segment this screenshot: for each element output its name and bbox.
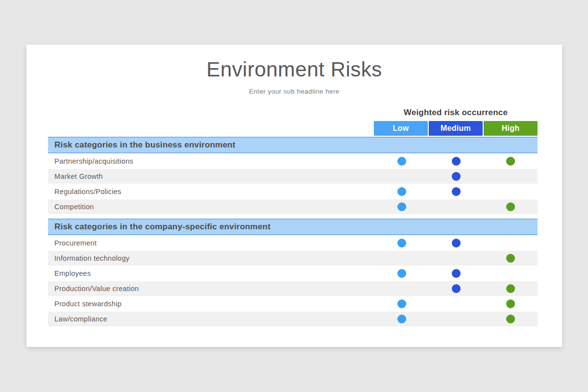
risk-dot-medium [452,172,461,181]
dot-cell-high [483,299,538,308]
row-label: Production/Value creation [48,285,374,293]
dot-cell-high [483,315,538,323]
risk-matrix-table: Weighted risk occurrence LowMediumHigh R… [48,108,538,327]
dot-cell-low [374,202,429,211]
table-row: Regulations/Policies [48,184,538,199]
dot-cell-medium [429,157,483,166]
row-label: Regulations/Policies [48,188,374,196]
risk-dot-high [506,202,515,211]
risk-dot-medium [452,269,461,278]
risk-dot-medium [452,284,461,293]
table-row: Market Growth [48,169,538,184]
column-header-row: LowMediumHigh [374,121,538,136]
risk-dot-high [506,299,515,308]
dot-cell-medium [429,239,483,247]
section-header: Risk categories in the business environm… [48,137,538,153]
slide-subtitle: Enter your sub headline here [26,88,562,95]
column-header-low: Low [374,121,428,136]
legend-title: Weighted risk occurrence [374,108,538,118]
risk-dot-low [397,315,406,323]
row-label: Competition [48,203,374,211]
table-row: Procurement [48,236,538,250]
dot-cell-low [374,299,429,308]
dot-cell-medium [429,284,483,293]
risk-dot-high [506,284,515,293]
risk-dot-low [397,239,406,247]
dot-cell-medium [429,172,483,181]
table-row: Competition [48,199,538,214]
section-header: Risk categories in the company-specific … [48,219,538,235]
risk-dot-high [506,157,515,166]
dot-cell-low [374,239,429,247]
risk-dot-low [397,157,406,166]
risk-dot-low [397,187,406,196]
column-header-high: High [484,121,538,136]
table-row: Partnership/acquisitions [48,154,538,169]
risk-dot-medium [452,239,461,247]
dot-cell-high [483,284,538,293]
dot-cell-low [374,187,429,196]
row-label: Employees [48,270,374,277]
row-label: Law/compliance [48,315,374,323]
row-label: Procurement [48,239,374,247]
slide-card: Environment Risks Enter your sub headlin… [26,45,562,347]
risk-dot-high [506,254,515,263]
column-header-medium: Medium [429,121,483,136]
dot-cell-low [374,269,429,278]
risk-dot-medium [452,157,461,166]
risk-dot-medium [452,187,461,196]
dot-cell-medium [429,269,483,278]
dot-cell-low [374,157,429,166]
table-row: Employees [48,266,538,281]
row-label: Product stewardship [48,300,374,308]
matrix-sections: Risk categories in the business environm… [48,137,538,326]
matrix-section: Risk categories in the company-specific … [48,219,538,326]
matrix-section: Risk categories in the business environm… [48,137,538,214]
dot-cell-low [374,315,429,323]
row-label: Information technology [48,254,374,262]
table-row: Law/compliance [48,312,538,326]
table-row: Product stewardship [48,296,538,311]
row-label: Partnership/acquisitions [48,157,374,165]
table-row: Production/Value creation [48,281,538,296]
dot-cell-high [483,254,538,263]
risk-dot-low [397,269,406,278]
row-label: Market Growth [48,172,374,180]
risk-dot-low [397,299,406,308]
risk-dot-high [506,315,515,323]
table-row: Information technology [48,251,538,266]
slide-canvas: Environment Risks Enter your sub headlin… [0,0,588,392]
slide-title: Environment Risks [26,45,562,81]
dot-cell-high [483,202,538,211]
risk-dot-low [397,202,406,211]
dot-cell-medium [429,187,483,196]
dot-cell-high [483,157,538,166]
